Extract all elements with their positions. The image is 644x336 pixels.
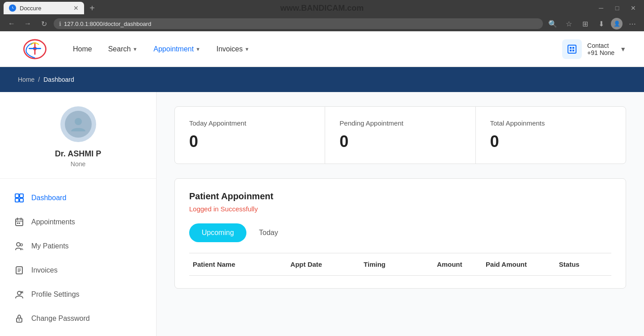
browser-tab[interactable]: Doccure ✕ bbox=[4, 2, 84, 14]
stat-today-appointment: Today Appointment 0 bbox=[175, 107, 325, 164]
back-button[interactable]: ← bbox=[5, 17, 18, 30]
close-button[interactable]: ✕ bbox=[626, 2, 640, 14]
appointment-chevron-icon: ▼ bbox=[195, 46, 200, 52]
contact-phone: +91 None bbox=[587, 49, 614, 56]
stat-today-title: Today Appointment bbox=[189, 119, 310, 127]
sidebar: Dr. ASHMI P None Dashboard bbox=[0, 92, 157, 336]
svg-rect-7 bbox=[572, 47, 574, 49]
search-browser-button[interactable]: 🔍 bbox=[547, 17, 559, 30]
nav-appointment[interactable]: Appointment ▼ bbox=[153, 45, 200, 53]
svg-point-30 bbox=[19, 319, 20, 321]
contact-chevron-icon[interactable]: ▼ bbox=[620, 46, 626, 53]
table-header: Patient Name Appt Date Timing Amount Pai… bbox=[189, 253, 611, 276]
appointments-icon bbox=[14, 217, 24, 227]
avatar-inner bbox=[65, 111, 92, 138]
svg-rect-14 bbox=[20, 198, 23, 202]
appointment-section: Patient Appoinment Logged in Successfull… bbox=[174, 178, 626, 289]
contact-info: Contact +91 None bbox=[587, 42, 614, 56]
svg-point-22 bbox=[21, 244, 23, 246]
breadcrumb-home[interactable]: Home bbox=[18, 76, 34, 83]
svg-rect-5 bbox=[568, 45, 576, 53]
col-appt-date: Appt Date bbox=[290, 260, 364, 268]
doctor-specialty: None bbox=[71, 160, 85, 168]
browser-profile[interactable]: 👤 bbox=[611, 18, 623, 29]
dashboard-icon bbox=[14, 193, 24, 203]
svg-point-27 bbox=[17, 291, 21, 295]
svg-rect-15 bbox=[16, 219, 23, 226]
sidebar-label-appointments: Appointments bbox=[31, 218, 75, 226]
bookmarks-button[interactable]: ⊞ bbox=[579, 17, 591, 30]
svg-rect-19 bbox=[17, 223, 18, 224]
menu-button[interactable]: ⋯ bbox=[626, 17, 639, 30]
forward-button[interactable]: → bbox=[21, 17, 34, 30]
stat-today-value: 0 bbox=[189, 132, 310, 151]
sidebar-item-change-password[interactable]: Change Password bbox=[0, 307, 156, 331]
svg-rect-8 bbox=[570, 50, 572, 51]
tabs-row: Upcoming Today bbox=[189, 223, 611, 242]
sidebar-label-profile-settings: Profile Settings bbox=[31, 290, 80, 298]
new-tab-button[interactable]: + bbox=[86, 2, 98, 14]
nav-home[interactable]: Home bbox=[73, 45, 92, 53]
minimize-button[interactable]: ─ bbox=[594, 2, 608, 14]
col-paid-amount: Paid Amount bbox=[486, 260, 559, 268]
invoices-chevron-icon: ▼ bbox=[245, 46, 250, 52]
sidebar-label-dashboard: Dashboard bbox=[31, 194, 66, 202]
breadcrumb-separator: / bbox=[38, 76, 40, 83]
invoices-icon bbox=[14, 265, 24, 275]
stat-total-appointments: Total Appoinments 0 bbox=[476, 107, 626, 164]
col-amount: Amount bbox=[437, 260, 486, 268]
top-navbar: Home Search ▼ Appointment ▼ Invoices ▼ bbox=[0, 31, 644, 67]
change-password-icon bbox=[14, 314, 24, 323]
contact-label: Contact bbox=[587, 42, 614, 49]
svg-point-21 bbox=[17, 243, 20, 246]
sidebar-item-dashboard[interactable]: Dashboard bbox=[0, 186, 156, 210]
sidebar-item-my-patients[interactable]: My Patients bbox=[0, 234, 156, 258]
nav-search[interactable]: Search ▼ bbox=[108, 45, 138, 53]
sidebar-label-my-patients: My Patients bbox=[31, 242, 69, 250]
profile-settings-icon bbox=[14, 290, 24, 299]
main-content: Today Appointment 0 Pending Appointment … bbox=[157, 92, 644, 336]
sidebar-item-appointments[interactable]: Appointments bbox=[0, 210, 156, 234]
logo bbox=[18, 32, 51, 66]
downloads-button[interactable]: ⬇ bbox=[595, 17, 607, 30]
search-chevron-icon: ▼ bbox=[132, 46, 137, 52]
nav-invoices[interactable]: Invoices ▼ bbox=[216, 45, 250, 53]
contact-building-icon bbox=[562, 39, 582, 59]
appointments-table: Patient Name Appt Date Timing Amount Pai… bbox=[189, 253, 611, 276]
svg-rect-13 bbox=[15, 198, 19, 202]
stat-total-title: Total Appoinments bbox=[490, 119, 611, 127]
my-patients-icon bbox=[14, 241, 24, 251]
doctor-profile: Dr. ASHMI P None bbox=[0, 92, 156, 179]
success-message: Logged in Successfully bbox=[189, 205, 611, 213]
tab-upcoming[interactable]: Upcoming bbox=[189, 223, 246, 242]
sidebar-label-invoices: Invoices bbox=[31, 266, 58, 274]
svg-rect-20 bbox=[19, 223, 20, 224]
stat-pending-value: 0 bbox=[339, 132, 461, 151]
sidebar-label-change-password: Change Password bbox=[31, 315, 90, 323]
section-title: Patient Appoinment bbox=[189, 191, 611, 202]
logo-container[interactable] bbox=[18, 32, 51, 66]
col-patient-name: Patient Name bbox=[193, 260, 290, 268]
maximize-button[interactable]: □ bbox=[610, 2, 624, 14]
col-status: Status bbox=[559, 260, 608, 268]
sidebar-nav: Dashboard Appointments bbox=[0, 179, 156, 336]
contact-section: Contact +91 None ▼ bbox=[562, 39, 626, 59]
sidebar-item-invoices[interactable]: Invoices bbox=[0, 258, 156, 282]
tab-favicon bbox=[9, 4, 16, 12]
tab-close-button[interactable]: ✕ bbox=[73, 4, 79, 12]
stat-pending-appointment: Pending Appointment 0 bbox=[325, 107, 475, 164]
sidebar-item-profile-settings[interactable]: Profile Settings bbox=[0, 282, 156, 307]
svg-rect-6 bbox=[570, 47, 572, 49]
doctor-name: Dr. ASHMI P bbox=[55, 149, 101, 159]
stat-pending-title: Pending Appointment bbox=[339, 119, 461, 127]
avatar bbox=[60, 106, 96, 142]
address-bar[interactable]: ℹ 127.0.0.1:8000/doctor_dashboard bbox=[54, 18, 543, 29]
col-timing: Timing bbox=[364, 260, 437, 268]
tab-title: Doccure bbox=[20, 5, 41, 12]
reload-button[interactable]: ↻ bbox=[38, 17, 50, 30]
svg-rect-11 bbox=[15, 194, 19, 197]
main-nav: Home Search ▼ Appointment ▼ Invoices ▼ bbox=[73, 45, 541, 53]
svg-rect-9 bbox=[572, 50, 574, 51]
tab-today[interactable]: Today bbox=[246, 223, 291, 242]
bookmark-button[interactable]: ☆ bbox=[563, 17, 575, 30]
